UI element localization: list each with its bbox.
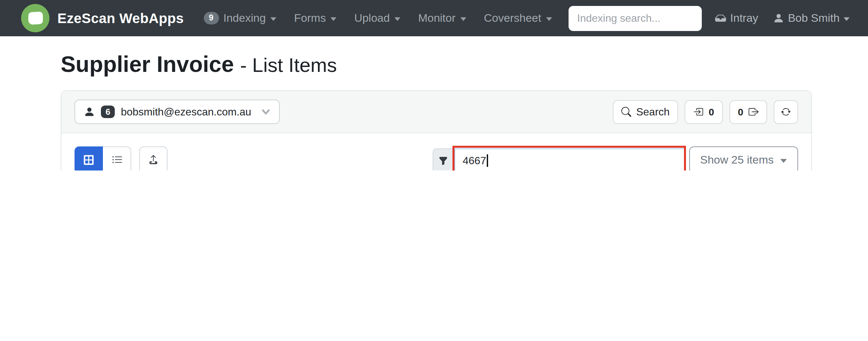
checkin-icon <box>693 107 704 117</box>
brand-title: EzeScan WebApps <box>57 10 184 26</box>
person-icon <box>84 106 95 117</box>
caret-down-icon <box>780 159 787 163</box>
caret-down-icon <box>844 17 849 21</box>
grid-view-button[interactable] <box>74 147 103 170</box>
indexing-search-input[interactable] <box>568 6 702 31</box>
filter-input-wrap: 4667 <box>454 148 684 170</box>
queue-bar: 6 bobsmith@ezescan.com.au Search 0 0 <box>61 91 811 133</box>
filter-addon <box>432 148 454 170</box>
filter-input[interactable]: 4667 <box>454 148 684 170</box>
caret-down-icon <box>271 17 276 21</box>
app-logo-icon <box>21 4 50 32</box>
page-size-dropdown[interactable]: Show 25 items <box>689 147 798 170</box>
filter-controls: 4667 Show 25 items <box>432 147 798 170</box>
caret-down-icon <box>395 17 400 21</box>
menu-indexing[interactable]: 9 Indexing <box>204 11 276 25</box>
queue-account-email: bobsmith@ezescan.com.au <box>121 106 251 118</box>
menu-forms[interactable]: Forms <box>294 11 336 25</box>
list-items-card: 6 bobsmith@ezescan.com.au Search 0 0 <box>61 90 812 170</box>
view-controls <box>74 147 167 170</box>
chevron-down-icon <box>261 109 271 115</box>
checkin-count: 0 <box>709 106 714 117</box>
list-toolbar: 4667 Show 25 items <box>74 147 798 170</box>
queue-account-select[interactable]: 6 bobsmith@ezescan.com.au <box>74 100 280 124</box>
indexing-count-badge: 9 <box>204 12 219 24</box>
user-menu[interactable]: Bob Smith <box>773 11 849 25</box>
text-cursor <box>487 154 488 167</box>
queue-count-badge: 6 <box>101 105 115 118</box>
upload-button[interactable] <box>139 147 167 170</box>
checkout-count: 0 <box>738 106 743 117</box>
intray-icon <box>715 12 726 24</box>
filter-funnel-icon <box>439 156 448 165</box>
caret-down-icon <box>546 17 552 21</box>
checkout-icon <box>749 107 758 117</box>
filter-input-value: 4667 <box>463 155 486 166</box>
checkin-button[interactable]: 0 <box>685 100 723 124</box>
list-view-icon <box>111 154 122 165</box>
person-icon <box>773 12 784 24</box>
queue-actions: Search 0 0 <box>612 100 798 124</box>
brand[interactable]: EzeScan WebApps <box>21 4 184 32</box>
menu-coversheet[interactable]: Coversheet <box>484 11 552 25</box>
grid-view-icon <box>83 154 94 165</box>
caret-down-icon <box>460 17 466 21</box>
page-title-sub: - List Items <box>240 54 337 76</box>
search-icon <box>621 107 631 117</box>
list-view-button[interactable] <box>103 147 131 170</box>
page-title: Supplier Invoice - List Items <box>61 52 868 77</box>
main-menu: 9 Indexing Forms Upload Monitor Covershe… <box>204 11 568 25</box>
refresh-button[interactable] <box>774 100 798 124</box>
page-title-main: Supplier Invoice <box>61 52 234 76</box>
intray-link[interactable]: Intray <box>715 11 758 25</box>
card-body: 4667 Show 25 items <box>61 133 811 170</box>
ezescan-webapps-window: EzeScan WebApps 9 Indexing Forms Upload … <box>0 0 868 170</box>
top-navbar: EzeScan WebApps 9 Indexing Forms Upload … <box>0 0 868 36</box>
navbar-right: Intray Bob Smith <box>715 11 849 25</box>
refresh-icon <box>781 107 791 117</box>
menu-upload[interactable]: Upload <box>354 11 400 25</box>
search-button[interactable]: Search <box>612 100 678 124</box>
upload-icon <box>148 154 159 165</box>
caret-down-icon <box>331 17 336 21</box>
checkout-button[interactable]: 0 <box>729 100 767 124</box>
view-toggle-group <box>74 147 131 170</box>
menu-monitor[interactable]: Monitor <box>418 11 466 25</box>
